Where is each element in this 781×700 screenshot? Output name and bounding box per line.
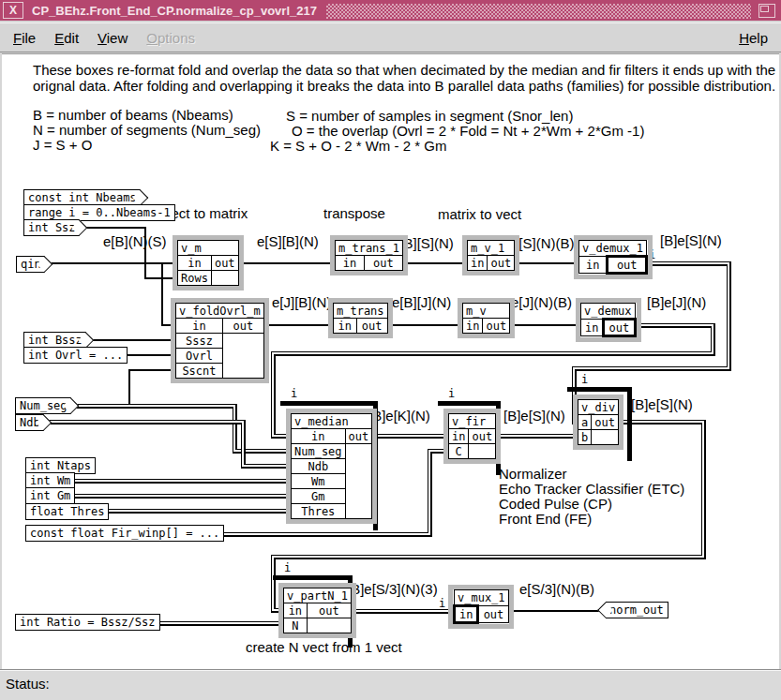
edge-label: e[S/3](N)(B)	[519, 581, 594, 597]
port-out[interactable]: out	[478, 606, 508, 623]
node-title: m_trans	[334, 304, 388, 319]
node-table: v_foldOvrl_m in out Sssz Ovrl Sscnt	[175, 303, 264, 379]
param-ovrl[interactable]: int Ovrl = ...	[23, 347, 128, 364]
iteration-label: i	[439, 597, 445, 610]
port-in[interactable]: in	[334, 319, 357, 334]
iteration-label: i	[581, 373, 588, 386]
definition-n: N = number of segments (Num_seg)	[33, 123, 261, 138]
node-table: v_partN_1 in out N	[283, 588, 352, 633]
port-in[interactable]: in	[581, 320, 604, 336]
port-gm[interactable]: Gm	[292, 489, 346, 504]
port-c[interactable]: C	[449, 444, 469, 459]
status-label: Status:	[6, 676, 50, 692]
node-v-div[interactable]: v_div a out b	[573, 395, 623, 450]
node-v-fir[interactable]: v_fir in out C	[443, 409, 501, 464]
context-line-3: Coded Pulse (CP)	[499, 497, 684, 512]
port-out[interactable]: out	[483, 319, 510, 334]
node-m-trans[interactable]: m_trans in out	[328, 298, 393, 338]
output-norm-out[interactable]: norm_out	[606, 602, 668, 618]
node-v-m[interactable]: v_m in out Rows	[173, 235, 244, 290]
edge-label: [B]e[S/3](N)(3)	[347, 581, 438, 597]
param-thres[interactable]: float Thres	[25, 503, 109, 520]
edge-label: e[S](N)(B)	[511, 235, 575, 251]
node-title: m_v_1	[468, 241, 515, 256]
node-v-demux-1[interactable]: v_demux_1 in out	[574, 235, 653, 279]
port-out[interactable]: out	[488, 256, 515, 271]
port-a[interactable]: a	[578, 415, 592, 430]
port-out-family[interactable]: out	[608, 257, 647, 274]
port-in[interactable]: in	[463, 319, 483, 334]
definition-s: S = number of samples in segment (Snor_l…	[286, 108, 573, 124]
node-title: v_foldOvrl_m	[176, 304, 264, 319]
port-out[interactable]: out	[469, 429, 496, 444]
port-sscnt[interactable]: Sscnt	[176, 364, 223, 379]
param-num-seg[interactable]: Num_seg	[15, 397, 71, 414]
node-title: v_mux_1	[455, 590, 509, 606]
definition-j: J = S + O	[33, 138, 261, 153]
statusbar: Status:	[0, 669, 781, 700]
port-out-family[interactable]: out	[604, 320, 635, 336]
param-fir-winp[interactable]: const float Fir_winp[] = ...	[25, 525, 224, 542]
port-thres[interactable]: Thres	[292, 504, 346, 519]
port-num-seg[interactable]: Num_seg	[292, 444, 346, 459]
port-out[interactable]: out	[211, 256, 238, 271]
node-title: m_trans_1	[336, 241, 403, 256]
node-table: m_v_1 in out	[467, 240, 515, 271]
node-m-trans-1[interactable]: m_trans_1 in out	[330, 235, 408, 276]
node-v-foldovrl-m[interactable]: v_foldOvrl_m in out Sssz Ovrl Sscnt	[171, 298, 269, 383]
empty-cell	[592, 430, 619, 445]
port-out[interactable]: out	[345, 429, 372, 444]
port-ndb[interactable]: Ndb	[292, 459, 346, 474]
port-in[interactable]: in	[468, 256, 488, 271]
port-in[interactable]: in	[176, 319, 223, 334]
port-out[interactable]: out	[222, 319, 263, 334]
node-v-demux[interactable]: v_demux in out	[576, 298, 641, 342]
param-ratio[interactable]: int Ratio = Bssz/Ssz	[15, 614, 160, 631]
definition-o: O = the overlap (Ovrl = 2 * Fold = Nt + …	[292, 123, 644, 139]
port-in[interactable]: in	[579, 257, 608, 274]
node-v-mux-1[interactable]: v_mux_1 in out	[448, 585, 514, 629]
port-in[interactable]: in	[292, 429, 346, 444]
node-table: v_demux_1 in out	[578, 240, 648, 275]
port-in-family[interactable]: in	[455, 606, 478, 623]
definition-b: B = number of beams (Nbeams)	[33, 108, 261, 123]
port-sssz[interactable]: Sssz	[176, 334, 223, 349]
port-out[interactable]: out	[592, 415, 619, 430]
param-ssz[interactable]: int Ssz	[23, 219, 80, 236]
empty-cell	[211, 271, 238, 286]
port-b[interactable]: b	[578, 430, 592, 445]
node-m-v-1[interactable]: m_v_1 in out	[462, 235, 519, 276]
port-ovrl[interactable]: Ovrl	[176, 349, 223, 364]
node-table: v_demux in out	[580, 303, 637, 337]
port-in[interactable]: in	[336, 256, 365, 271]
node-v-partn-1[interactable]: v_partN_1 in out N	[278, 583, 356, 638]
edge-label: [B]e[S](N)	[660, 232, 722, 248]
edge-label: e[B][J](N)	[392, 294, 451, 310]
port-wm[interactable]: Wm	[292, 474, 346, 489]
port-rows[interactable]: Rows	[178, 271, 212, 286]
port-in[interactable]: in	[449, 429, 469, 444]
node-title: v_m	[178, 241, 239, 256]
node-table: v_median in out Num_seg Ndb Wm Gm Thres	[291, 413, 372, 519]
port-out[interactable]: out	[356, 319, 387, 334]
port-out[interactable]: out	[307, 603, 351, 618]
port-in[interactable]: in	[284, 603, 308, 618]
node-title: v_demux_1	[579, 241, 647, 257]
node-table: m_v in out	[462, 303, 510, 334]
port-out[interactable]: out	[364, 256, 402, 271]
edge-label: e[J](N)(B)	[511, 294, 572, 310]
context-line-1: Normalizer	[499, 467, 684, 482]
description-text: These boxes re-format fold and overlap t…	[33, 62, 775, 94]
edge-label: e[S][B](N)	[257, 233, 319, 249]
param-gm[interactable]: int Gm	[25, 487, 75, 504]
edge-label: [B]e[S](N)	[631, 396, 693, 412]
input-qin[interactable]: qin	[16, 256, 45, 273]
port-in[interactable]: in	[178, 256, 212, 271]
node-v-median[interactable]: v_median in out Num_seg Ndb Wm Gm Thres	[286, 409, 377, 524]
param-ndb[interactable]: Ndb	[15, 414, 44, 431]
annotation-matrix-to-vect: matrix to vect	[438, 206, 521, 222]
node-m-v[interactable]: m_v in out	[458, 298, 515, 338]
node-table: m_trans_1 in out	[335, 240, 403, 271]
port-n[interactable]: N	[284, 618, 308, 633]
node-title: v_partN_1	[284, 588, 352, 603]
